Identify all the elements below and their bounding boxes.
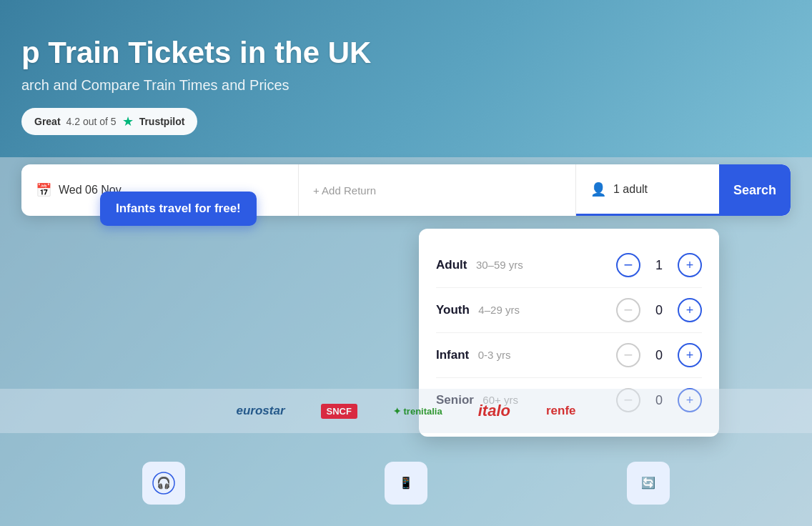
- infants-tooltip: Infants travel for free!: [100, 192, 257, 226]
- youth-row: Youth 4–29 yrs − 0 +: [436, 288, 702, 333]
- adult-row: Adult 30–59 yrs − 1 +: [436, 243, 702, 288]
- svg-text:🔄: 🔄: [641, 476, 655, 490]
- adult-age-label: 30–59 yrs: [476, 259, 523, 271]
- infant-count: 0: [652, 348, 666, 363]
- hero-subtitle: arch and Compare Train Times and Prices: [21, 77, 371, 94]
- adult-increment-button[interactable]: +: [678, 253, 702, 277]
- infant-controls: − 0 +: [616, 343, 702, 367]
- trustpilot-rating: Great: [34, 116, 61, 127]
- calendar-icon: 📅: [36, 182, 51, 198]
- bottom-icons-row: 🎧 📱 🔄: [0, 462, 812, 505]
- infant-increment-button[interactable]: +: [678, 343, 702, 367]
- youth-type-label: Youth: [436, 303, 470, 317]
- return-field[interactable]: + Add Return: [299, 164, 576, 216]
- infant-decrement-button[interactable]: −: [616, 343, 640, 367]
- trustpilot-name: Trustpilot: [139, 116, 185, 127]
- adult-count: 1: [652, 258, 666, 273]
- adult-info: Adult 30–59 yrs: [436, 258, 616, 272]
- support-icon-item: 🎧: [142, 462, 185, 505]
- refresh-icon: 🔄: [627, 462, 670, 505]
- infant-type-label: Infant: [436, 348, 469, 362]
- eurostar-logo: eurostar: [236, 404, 284, 418]
- infant-age-label: 0-3 yrs: [478, 349, 511, 361]
- infant-info: Infant 0-3 yrs: [436, 348, 616, 362]
- refresh-icon-item: 🔄: [627, 462, 670, 505]
- infant-row: Infant 0-3 yrs − 0 +: [436, 333, 702, 378]
- search-button[interactable]: Search: [719, 164, 791, 216]
- phone-icon-item: 📱: [385, 462, 427, 505]
- youth-increment-button[interactable]: +: [678, 298, 702, 322]
- infants-tooltip-text: Infants travel for free!: [116, 202, 241, 215]
- hero-content: p Train Tickets in the UK arch and Compa…: [0, 21, 392, 149]
- person-icon: 👤: [590, 182, 606, 197]
- sncf-logo: SNCF: [321, 404, 357, 419]
- youth-controls: − 0 +: [616, 298, 702, 322]
- adult-controls: − 1 +: [616, 253, 702, 277]
- renfe-logo: renfe: [546, 404, 576, 418]
- adult-decrement-button[interactable]: −: [616, 253, 640, 277]
- passengers-field[interactable]: 👤 1 adult: [576, 164, 719, 216]
- italo-logo: italo: [478, 402, 510, 420]
- trustpilot-star-icon: ★: [122, 114, 134, 129]
- passengers-label: 1 adult: [613, 183, 648, 196]
- youth-decrement-button[interactable]: −: [616, 298, 640, 322]
- phone-icon: 📱: [385, 462, 427, 505]
- youth-info: Youth 4–29 yrs: [436, 303, 616, 317]
- hero-title: p Train Tickets in the UK: [21, 36, 371, 70]
- youth-count: 0: [652, 303, 666, 318]
- svg-text:📱: 📱: [399, 476, 413, 490]
- adult-type-label: Adult: [436, 258, 467, 272]
- youth-age-label: 4–29 yrs: [478, 304, 520, 316]
- return-label: + Add Return: [313, 184, 376, 197]
- trenitalia-logo: ✦ trenitalia: [393, 406, 442, 417]
- headset-icon: 🎧: [142, 462, 185, 505]
- svg-text:🎧: 🎧: [157, 476, 171, 490]
- trustpilot-badge[interactable]: Great 4.2 out of 5 ★ Trustpilot: [21, 108, 197, 135]
- trustpilot-score: 4.2 out of 5: [66, 116, 117, 127]
- partners-row: eurostar SNCF ✦ trenitalia italo renfe: [0, 389, 812, 433]
